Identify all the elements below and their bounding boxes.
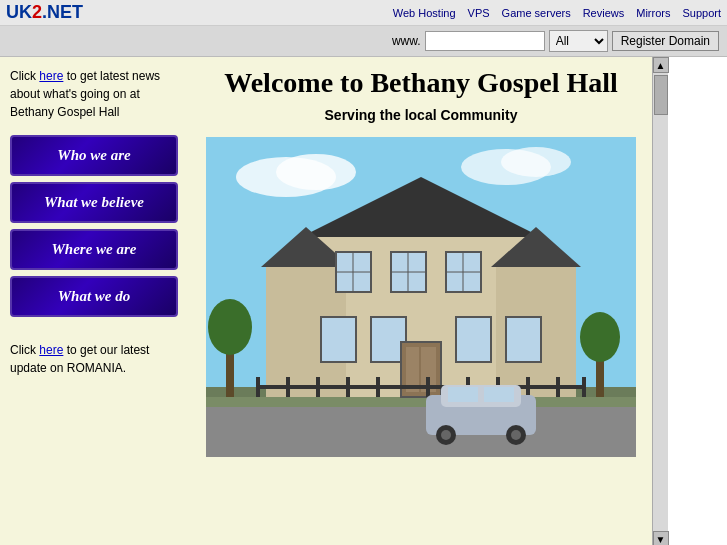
nav-link-game-servers[interactable]: Game servers <box>502 7 571 19</box>
scroll-down-button[interactable]: ▼ <box>653 531 669 545</box>
vertical-scrollbar: ▲ ▼ <box>652 57 668 545</box>
bottom-text-before: Click <box>10 343 39 357</box>
logo-highlight: 2 <box>32 2 42 22</box>
nav-button-what-we-do[interactable]: What we do <box>10 276 178 317</box>
register-domain-button[interactable]: Register Domain <box>612 31 719 51</box>
svg-rect-33 <box>316 377 320 397</box>
nav-button-where-we-are[interactable]: Where we are <box>10 229 178 270</box>
nav-link-support[interactable]: Support <box>682 7 721 19</box>
top-navigation-bar: UK2.NET Web Hosting VPS Game servers Rev… <box>0 0 727 26</box>
sidebar: Click here to get latest news about what… <box>0 57 190 545</box>
main-layout: Click here to get latest news about what… <box>0 57 652 545</box>
svg-rect-35 <box>376 377 380 397</box>
svg-rect-45 <box>484 387 514 402</box>
tld-select[interactable]: All .com .co.uk .net .org <box>549 30 608 52</box>
nav-link-mirrors[interactable]: Mirrors <box>636 7 670 19</box>
top-nav-links: Web Hosting VPS Game servers Reviews Mir… <box>393 7 721 19</box>
svg-point-47 <box>441 430 451 440</box>
logo-text-uk: UK <box>6 2 32 22</box>
svg-point-49 <box>511 430 521 440</box>
intro-text-before: Click <box>10 69 39 83</box>
svg-rect-31 <box>256 377 260 397</box>
site-logo[interactable]: UK2.NET <box>6 2 83 23</box>
svg-rect-34 <box>346 377 350 397</box>
logo-text-net: .NET <box>42 2 83 22</box>
nav-button-what-we-believe[interactable]: What we believe <box>10 182 178 223</box>
nav-button-who-we-are[interactable]: Who we are <box>10 135 178 176</box>
nav-link-vps[interactable]: VPS <box>468 7 490 19</box>
news-link[interactable]: here <box>39 69 63 83</box>
svg-point-4 <box>501 147 571 177</box>
www-label: www. <box>392 34 421 48</box>
svg-rect-30 <box>256 385 586 389</box>
scroll-thumb[interactable] <box>654 75 668 115</box>
page-title: Welcome to Bethany Gospel Hall <box>206 67 636 99</box>
sidebar-bottom-text: Click here to get our latest update on R… <box>10 341 180 377</box>
svg-rect-32 <box>286 377 290 397</box>
svg-point-53 <box>580 312 620 362</box>
svg-rect-39 <box>526 377 530 397</box>
svg-rect-36 <box>426 377 430 397</box>
church-building-image <box>206 137 636 457</box>
svg-rect-40 <box>556 377 560 397</box>
nav-link-reviews[interactable]: Reviews <box>583 7 625 19</box>
svg-point-51 <box>208 299 252 355</box>
page-subtitle: Serving the local Community <box>206 107 636 123</box>
scroll-up-button[interactable]: ▲ <box>653 57 669 73</box>
domain-registration-bar: www. All .com .co.uk .net .org Register … <box>0 26 727 57</box>
domain-input[interactable] <box>425 31 545 51</box>
svg-rect-25 <box>456 317 491 362</box>
svg-rect-26 <box>506 317 541 362</box>
svg-rect-7 <box>206 407 636 457</box>
sidebar-intro-text: Click here to get latest news about what… <box>10 67 180 121</box>
scroll-track <box>653 73 668 531</box>
svg-rect-41 <box>582 377 586 397</box>
svg-point-2 <box>276 154 356 190</box>
main-content: Welcome to Bethany Gospel Hall Serving t… <box>190 57 652 545</box>
romania-link[interactable]: here <box>39 343 63 357</box>
svg-rect-44 <box>448 387 478 402</box>
svg-rect-23 <box>321 317 356 362</box>
nav-link-web-hosting[interactable]: Web Hosting <box>393 7 456 19</box>
